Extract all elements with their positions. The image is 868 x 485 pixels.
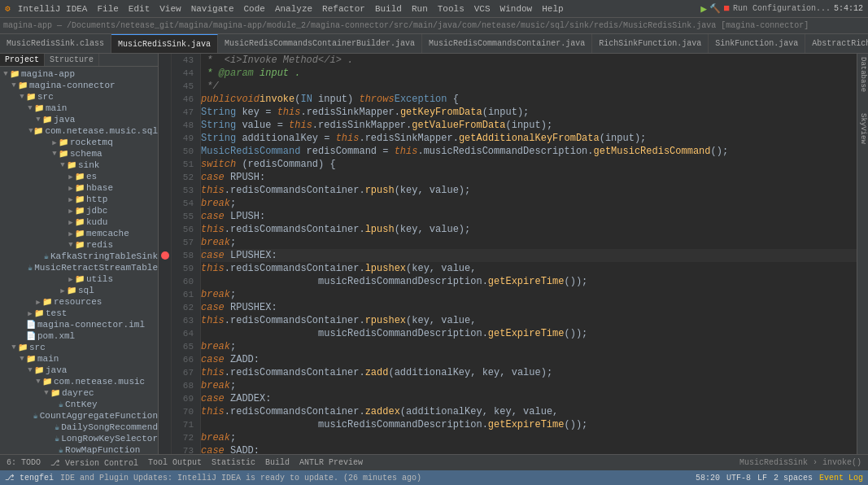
bottom-tab-vcs[interactable]: ⎇ Version Control: [50, 458, 138, 468]
tree-item[interactable]: ▼📁com.netease.music: [0, 376, 158, 387]
tree-item[interactable]: ▼📁redis: [0, 239, 158, 251]
tab-commandscontainer[interactable]: MusicRedisCommandsContainer.java: [422, 34, 592, 53]
line-number: 45: [175, 80, 194, 93]
tree-item[interactable]: ▶📁http: [0, 194, 158, 205]
breadcrumb-bottom: MusicRedisSink › invoke(): [739, 458, 861, 467]
tree-item[interactable]: ▶📁kudu: [0, 216, 158, 228]
tab-richsink[interactable]: RichSinkFunction.java: [592, 34, 709, 53]
tree-item[interactable]: ▼📁src: [0, 342, 158, 353]
database-icon[interactable]: Database: [859, 57, 867, 92]
code-line: this.redisCommandsContainer.zadd(additio…: [201, 366, 857, 379]
menu-file[interactable]: File: [94, 4, 120, 14]
tree-item[interactable]: ▶📁memcache: [0, 228, 158, 239]
tree-item[interactable]: ☕DailySongRecommend: [0, 422, 158, 433]
menu-view[interactable]: View: [157, 4, 183, 14]
menu-edit[interactable]: Edit: [126, 4, 152, 14]
bottom-tab-tooloutput[interactable]: Tool Output: [148, 458, 202, 467]
tree-item[interactable]: ▶📁utils: [0, 273, 158, 285]
menu-run[interactable]: Run: [409, 4, 430, 14]
tree-item[interactable]: ▼📁java: [0, 365, 158, 376]
bottom-tab-statistic[interactable]: Statistic: [212, 458, 255, 467]
code-line: musicRedisCommandDescription.getExpireTi…: [201, 327, 857, 340]
tree-item[interactable]: ▼📁magina-app: [0, 68, 158, 80]
tab-musicsink-class[interactable]: MusicRedisSink.class: [0, 34, 111, 53]
tree-item[interactable]: ▼📁sink: [0, 159, 158, 171]
tab-commandsbuilder[interactable]: MusicRedisCommandsContainerBuilder.java: [218, 34, 422, 53]
run-config[interactable]: Run Configuration...: [733, 4, 831, 13]
line-number: 73: [175, 444, 194, 454]
tree-item[interactable]: 📄pom.xml: [0, 330, 158, 342]
tree-item[interactable]: ▼📁src: [0, 91, 158, 103]
file-tabs: MusicRedisSink.class MusicRedisSink.java…: [0, 34, 868, 54]
code-line: this.redisCommandsContainer.rpushex(key,…: [201, 314, 857, 327]
tree-item[interactable]: ▶📁test: [0, 308, 158, 319]
tree-item[interactable]: ☕RowMapFunction: [0, 444, 158, 454]
tree-item[interactable]: ▼📁main: [0, 103, 158, 114]
code-line: break;: [201, 340, 857, 353]
code-line: this.redisCommandsContainer.zaddex(addit…: [201, 405, 857, 418]
tree-item[interactable]: ☕LongRowKeySelector: [0, 433, 158, 444]
tree-item[interactable]: ▶📁sql: [0, 285, 158, 296]
tree-item[interactable]: ▶📁hbase: [0, 182, 158, 194]
line-number: 62: [175, 301, 194, 314]
tree-item[interactable]: ▼📁java: [0, 114, 158, 125]
menu-vcs[interactable]: VCS: [472, 4, 493, 14]
tab-structure[interactable]: Structure: [45, 54, 99, 66]
line-number: 58: [175, 249, 194, 262]
code-line: break;: [201, 288, 857, 301]
bottom-tab-antlr[interactable]: ANTLR Preview: [299, 458, 363, 467]
code-line: musicRedisCommandDescription.getExpireTi…: [201, 275, 857, 288]
file-tree: ▼📁magina-app▼📁magina-connector▼📁src▼📁mai…: [0, 67, 158, 454]
tab-sinkfunction[interactable]: SinkFunction.java: [709, 34, 805, 53]
menu-help[interactable]: Help: [539, 4, 565, 14]
tab-abstractrich[interactable]: AbstractRichFunction.java: [805, 34, 868, 53]
line-number: 65: [175, 340, 194, 353]
code-line: public void invoke(IN input) throws Exce…: [201, 93, 857, 106]
menu-refactor[interactable]: Refactor: [320, 4, 368, 14]
tree-item[interactable]: ☕MusicRetractStreamTable: [0, 262, 158, 273]
bottom-tab-build[interactable]: Build: [265, 458, 290, 467]
tab-musicsink-java[interactable]: MusicRedisSink.java: [111, 34, 218, 53]
menu-intellij[interactable]: IntelliJ IDEA: [15, 4, 90, 14]
bottom-tab-todo[interactable]: 6: TODO: [7, 458, 41, 467]
menu-code[interactable]: Code: [241, 4, 267, 14]
left-panel: Project Structure ▼📁magina-app▼📁magina-c…: [0, 54, 159, 454]
tree-item[interactable]: ▶📁es: [0, 171, 158, 182]
line-number: 66: [175, 353, 194, 366]
stop-button[interactable]: ■: [723, 2, 730, 15]
tree-item[interactable]: ▶📁rocketmq: [0, 137, 158, 148]
tree-item[interactable]: ▼📁dayrec: [0, 387, 158, 399]
tree-item[interactable]: ▼📁main: [0, 353, 158, 365]
skyview-icon[interactable]: SkyView: [859, 113, 867, 144]
tree-item[interactable]: ▶📁resources: [0, 296, 158, 308]
breakpoint-dot: [161, 251, 169, 260]
line-number: 56: [175, 223, 194, 236]
event-log[interactable]: Event Log: [819, 474, 863, 483]
line-number: 60: [175, 275, 194, 288]
code-line: this.redisCommandsContainer.lpush(key, v…: [201, 223, 857, 236]
menu-window[interactable]: Window: [498, 4, 535, 14]
tree-item[interactable]: ▼📁magina-connector: [0, 80, 158, 91]
run-button[interactable]: ▶: [700, 2, 707, 15]
menu-build[interactable]: Build: [373, 4, 404, 14]
menu-bar: ⚙ IntelliJ IDEA File Edit View Navigate …: [0, 0, 868, 18]
line-number: 69: [175, 392, 194, 405]
tree-item[interactable]: 📄magina-connector.iml: [0, 319, 158, 330]
project-path: magina-app — /Documents/netease_git/magi…: [3, 21, 809, 30]
tree-item[interactable]: ▼📁schema: [0, 148, 158, 159]
menu-analyze[interactable]: Analyze: [273, 4, 315, 14]
menu-tools[interactable]: Tools: [435, 4, 467, 14]
code-scroll[interactable]: * <i>Invoke Method</i> . * @param input …: [201, 54, 857, 454]
menu-navigate[interactable]: Navigate: [189, 4, 237, 14]
line-ending: LF: [757, 474, 767, 483]
tree-item[interactable]: ▶📁jdbc: [0, 205, 158, 216]
main-layout: Project Structure ▼📁magina-app▼📁magina-c…: [0, 54, 868, 454]
tree-item[interactable]: ▼📁com.netease.music.sql: [0, 125, 158, 137]
build-button[interactable]: 🔨: [709, 3, 721, 14]
tab-label: MusicRedisCommandsContainerBuilder.java: [225, 39, 415, 48]
code-line: break;: [201, 197, 857, 210]
tab-project[interactable]: Project: [0, 54, 45, 66]
tree-item[interactable]: ☕KafkaStringTableSink: [0, 251, 158, 262]
tree-item[interactable]: ☕CountAggregateFunction: [0, 410, 158, 422]
tree-item[interactable]: ☕CntKey: [0, 399, 158, 410]
